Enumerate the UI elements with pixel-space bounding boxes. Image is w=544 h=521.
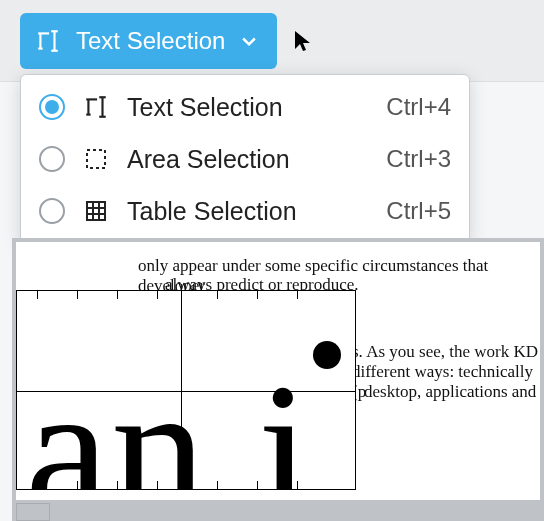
table-selection-icon [81, 196, 111, 226]
menu-item-label: Text Selection [127, 93, 370, 122]
glyph-dot [313, 341, 341, 369]
toolbar: Text Selection [0, 0, 544, 82]
horizontal-scrollbar[interactable] [16, 503, 50, 521]
menu-item-label: Area Selection [127, 145, 370, 174]
chevron-down-icon [239, 31, 259, 51]
document-text: s. As you see, the work KD [352, 342, 538, 362]
magnified-glyphs: an i [25, 355, 313, 490]
menu-item-shortcut: Ctrl+4 [386, 93, 451, 121]
document-viewport[interactable]: only appear under some specific circumst… [12, 238, 544, 521]
magnifier-overlay: an i [16, 290, 356, 490]
svg-rect-7 [87, 202, 105, 220]
document-page: only appear under some specific circumst… [16, 242, 540, 500]
pointer-cursor-icon[interactable] [289, 27, 317, 55]
text-selection-icon [34, 27, 62, 55]
menu-item-label: Table Selection [127, 197, 370, 226]
menu-item-table-selection[interactable]: Table Selection Ctrl+5 [29, 185, 461, 237]
document-text: desktop, applications and [364, 382, 536, 402]
text-selection-icon [81, 92, 111, 122]
menu-item-shortcut: Ctrl+3 [386, 145, 451, 173]
radio-icon [39, 146, 65, 172]
svg-rect-6 [87, 150, 105, 168]
area-selection-icon [81, 144, 111, 174]
menu-item-shortcut: Ctrl+5 [386, 197, 451, 225]
radio-icon [39, 198, 65, 224]
selection-mode-menu: Text Selection Ctrl+4 Area Selection Ctr… [20, 74, 470, 244]
menu-item-text-selection[interactable]: Text Selection Ctrl+4 [29, 81, 461, 133]
selection-mode-dropdown[interactable]: Text Selection [20, 13, 277, 69]
menu-item-area-selection[interactable]: Area Selection Ctrl+3 [29, 133, 461, 185]
radio-selected-icon [39, 94, 65, 120]
selection-mode-label: Text Selection [76, 27, 225, 55]
